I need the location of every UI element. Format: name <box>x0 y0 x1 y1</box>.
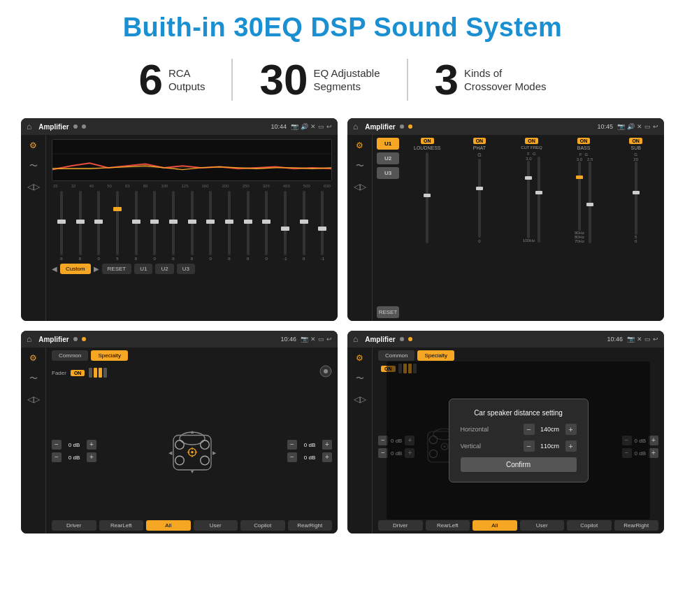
bg-plus-3[interactable]: + <box>649 436 658 445</box>
home-icon-2[interactable]: ⌂ <box>353 122 358 131</box>
confirm-button[interactable]: Confirm <box>461 457 577 472</box>
copilot-btn[interactable]: Copilot <box>240 520 285 531</box>
u2-btn[interactable]: U2 <box>377 152 399 164</box>
stats-row: 6 RCAOutputs 30 EQ AdjustableSegments 3 … <box>21 58 664 101</box>
close-icon-1[interactable]: ✕ <box>310 123 316 130</box>
u1-btn[interactable]: U1 <box>377 138 399 150</box>
horizontal-minus-btn[interactable]: − <box>524 424 535 435</box>
screen-content-4: ⚙ 〜 ◁▷ Common Specialty ON <box>347 348 664 533</box>
horizontal-plus-btn[interactable]: + <box>565 424 577 435</box>
vol-left-icon[interactable]: ◁▷ <box>27 182 40 192</box>
vol-icon-2[interactable]: 🔊 <box>627 123 635 130</box>
common-tab-3[interactable]: Common <box>52 350 88 361</box>
fader-toggle[interactable]: ON <box>71 370 85 376</box>
specialty-main: Common Specialty Fader ON <box>46 348 338 533</box>
camera-icon-4[interactable]: 📷 <box>627 336 635 343</box>
vertical-minus-btn[interactable]: − <box>524 440 535 452</box>
svg-point-9 <box>200 440 209 450</box>
minus-btn-3[interactable]: − <box>287 440 297 450</box>
settings-icon-3[interactable] <box>319 365 332 380</box>
wave-icon-3[interactable]: 〜 <box>29 373 38 385</box>
back-icon-3[interactable]: ↩ <box>326 336 332 343</box>
next-arrow[interactable]: ▶ <box>94 265 99 273</box>
eq-icon-4[interactable]: ⚙ <box>356 353 363 363</box>
stat-rca: 6 RCAOutputs <box>112 58 231 101</box>
eq-reset-btn[interactable]: RESET <box>102 264 132 274</box>
specialty-tab-4[interactable]: Specialty <box>417 350 454 361</box>
close-icon-4[interactable]: ✕ <box>637 336 642 343</box>
toggle-loudness[interactable]: ON <box>421 138 434 144</box>
toggle-phat[interactable]: ON <box>473 138 486 144</box>
label-cutfreq: CUT FREQ <box>521 145 542 150</box>
bg-rearleft-btn[interactable]: RearLeft <box>426 520 470 531</box>
eq-u3-btn[interactable]: U3 <box>177 264 195 274</box>
window-icon-1[interactable]: ▭ <box>318 123 324 130</box>
bg-driver-btn[interactable]: Driver <box>378 520 423 531</box>
fader-label: Fader <box>52 370 66 376</box>
specialty-tab-3[interactable]: Specialty <box>91 350 127 361</box>
eq-icon[interactable]: ⚙ <box>29 141 37 150</box>
vol-icon-1[interactable]: 🔊 <box>301 123 308 130</box>
bg-rearright-btn[interactable]: RearRight <box>614 520 659 531</box>
plus-btn-2[interactable]: + <box>87 452 96 462</box>
plus-btn-3[interactable]: + <box>322 440 332 450</box>
home-icon-3[interactable]: ⌂ <box>27 334 31 344</box>
back-icon-2[interactable]: ↩ <box>653 123 658 130</box>
window-icon-2[interactable]: ▭ <box>644 123 651 130</box>
minus-btn-2[interactable]: − <box>52 452 62 462</box>
dot-3 <box>400 124 404 129</box>
eq-u2-btn[interactable]: U2 <box>155 264 173 274</box>
close-icon-2[interactable]: ✕ <box>637 123 642 130</box>
toggle-cutfreq[interactable]: ON <box>525 138 538 144</box>
bg-bottom-btns: Driver RearLeft All User Copilot RearRig… <box>378 520 658 531</box>
svg-rect-0 <box>52 140 331 181</box>
camera-icon-2[interactable]: 📷 <box>617 123 625 130</box>
svg-point-11 <box>200 456 209 465</box>
eq-u1-btn[interactable]: U1 <box>134 264 152 274</box>
window-icon-4[interactable]: ▭ <box>644 336 651 343</box>
vertical-plus-btn[interactable]: + <box>565 440 577 452</box>
car-diagram: ▲ ▼ ◀ ▶ <box>102 420 282 482</box>
minus-btn-4[interactable]: − <box>287 452 297 462</box>
home-icon-1[interactable]: ⌂ <box>27 122 31 131</box>
screen-eq: ⌂ Amplifier 10:44 📷 🔊 ✕ ▭ ↩ ⚙ 〜 ◁▷ <box>21 118 338 321</box>
prev-arrow[interactable]: ◀ <box>52 265 57 273</box>
bg-copilot-btn[interactable]: Copilot <box>567 520 612 531</box>
plus-btn-1[interactable]: + <box>87 440 96 450</box>
home-icon-4[interactable]: ⌂ <box>353 334 358 344</box>
wave-icon[interactable]: 〜 <box>29 160 38 172</box>
wave-icon-2[interactable]: 〜 <box>356 160 364 172</box>
bg-user-btn[interactable]: User <box>520 520 565 531</box>
user-btn[interactable]: User <box>194 520 238 531</box>
vol-left-icon-2[interactable]: ◁▷ <box>354 182 366 192</box>
wave-icon-4[interactable]: 〜 <box>356 373 364 385</box>
rearright-btn[interactable]: RearRight <box>288 520 333 531</box>
close-icon-3[interactable]: ✕ <box>310 336 316 343</box>
window-icon-3[interactable]: ▭ <box>318 336 324 343</box>
mixer-reset-btn[interactable]: RESET <box>377 306 399 318</box>
toggle-sub[interactable]: ON <box>629 138 642 144</box>
toggle-bass[interactable]: ON <box>577 138 591 144</box>
stat-eq-number: 30 <box>259 58 308 101</box>
vol-left-icon-3[interactable]: ◁▷ <box>27 394 40 404</box>
all-btn[interactable]: All <box>146 520 191 531</box>
driver-btn[interactable]: Driver <box>52 520 96 531</box>
vertical-label: Vertical <box>461 443 482 450</box>
eq-icon-2[interactable]: ⚙ <box>356 141 363 150</box>
back-icon-1[interactable]: ↩ <box>326 123 332 130</box>
bg-all-btn[interactable]: All <box>473 520 517 531</box>
time-4: 10:46 <box>607 336 623 343</box>
bg-plus-4[interactable]: + <box>649 448 658 458</box>
eq-custom-btn[interactable]: Custom <box>60 264 91 274</box>
rearleft-btn[interactable]: RearLeft <box>99 520 144 531</box>
camera-icon-1[interactable]: 📷 <box>291 123 298 130</box>
vol-left-icon-4[interactable]: ◁▷ <box>354 394 366 404</box>
plus-btn-4[interactable]: + <box>322 452 332 462</box>
dialog-title: Car speaker distance setting <box>461 409 577 417</box>
eq-icon-3[interactable]: ⚙ <box>29 353 37 363</box>
common-tab-4[interactable]: Common <box>378 350 414 361</box>
minus-btn-1[interactable]: − <box>52 440 62 450</box>
camera-icon-3[interactable]: 📷 <box>301 336 308 343</box>
back-icon-4[interactable]: ↩ <box>653 336 658 343</box>
u3-btn[interactable]: U3 <box>377 167 399 179</box>
